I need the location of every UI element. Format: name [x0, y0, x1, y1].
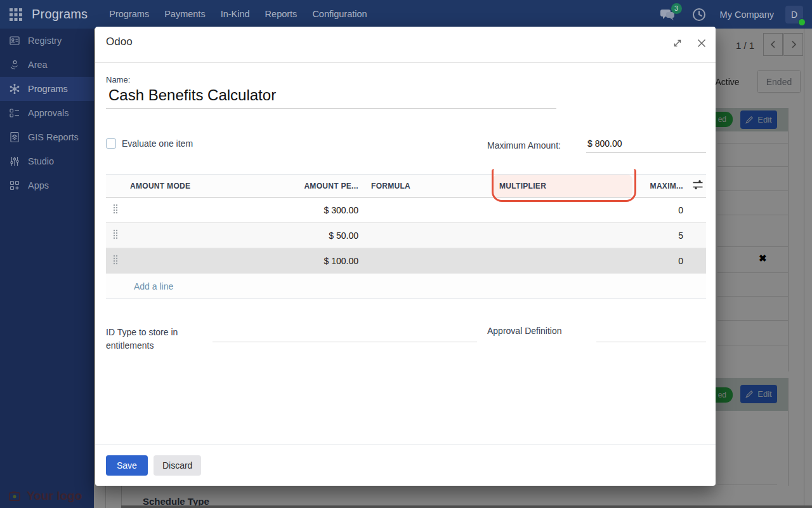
- logo-text: Your logo: [27, 489, 82, 503]
- drag-dots-icon: [112, 204, 119, 214]
- evaluate-one-item-checkbox[interactable]: [106, 138, 116, 149]
- sidebar-item-gis-reports[interactable]: GIS Reports: [0, 125, 94, 149]
- screen: Programs Programs Payments In-Kind Repor…: [0, 0, 812, 508]
- dialog-title: Odoo: [106, 36, 133, 48]
- drag-dots-icon: [112, 229, 119, 239]
- sidebar-item-apps[interactable]: Apps: [0, 173, 94, 197]
- apps-grid-icon[interactable]: [9, 8, 23, 22]
- cell-amount-period[interactable]: $ 50.00: [290, 223, 365, 248]
- add-a-line-link[interactable]: Add a line: [134, 281, 173, 291]
- id-type-label: ID Type to store in entitlements: [106, 326, 195, 352]
- maximum-amount-label: Maximum Amount:: [487, 140, 561, 150]
- cell-amount-mode[interactable]: [124, 223, 290, 248]
- sidebar-item-area[interactable]: Area: [0, 53, 94, 77]
- left-sidebar: Registry Area Programs: [0, 29, 94, 508]
- calculator-lines-table: AMOUNT MODE AMOUNT PE... FORMULA MULTIPL…: [106, 174, 706, 299]
- company-logo: Your logo: [9, 489, 82, 503]
- table-row[interactable]: $ 50.00 5: [106, 223, 706, 248]
- cell-multiplier[interactable]: [493, 197, 632, 223]
- user-avatar[interactable]: D: [785, 6, 803, 23]
- gis-reports-icon: [9, 131, 20, 143]
- company-switcher[interactable]: My Company: [720, 10, 774, 20]
- menu-programs[interactable]: Programs: [102, 0, 157, 29]
- sidebar-label: Area: [28, 60, 48, 70]
- cell-maximum[interactable]: 0: [632, 197, 690, 223]
- discard-button[interactable]: Discard: [154, 455, 201, 476]
- programs-icon: [9, 83, 20, 95]
- sidebar-label: Registry: [28, 36, 62, 46]
- dialog-footer: Save Discard: [95, 444, 716, 486]
- optional-columns-button[interactable]: [691, 178, 704, 193]
- apps-icon: [9, 180, 20, 191]
- column-sliders-icon: [691, 178, 704, 191]
- name-field-label: Name:: [106, 75, 130, 84]
- add-line-row: Add a line: [106, 274, 706, 299]
- column-multiplier[interactable]: MULTIPLIER: [493, 175, 632, 197]
- menu-in-kind[interactable]: In-Kind: [213, 0, 258, 29]
- cell-multiplier[interactable]: [493, 223, 632, 248]
- sidebar-item-programs[interactable]: Programs: [0, 77, 94, 101]
- presence-dot: [798, 18, 806, 26]
- cell-maximum[interactable]: 5: [632, 223, 690, 248]
- cell-amount-mode[interactable]: [124, 197, 290, 223]
- logo-image-icon: [9, 491, 22, 501]
- cell-formula[interactable]: [365, 248, 493, 274]
- drag-handle[interactable]: [106, 197, 124, 223]
- approval-definition-input[interactable]: [596, 327, 706, 342]
- sidebar-item-registry[interactable]: Registry: [0, 29, 94, 53]
- column-amount-mode[interactable]: AMOUNT MODE: [124, 175, 290, 197]
- messages-button[interactable]: 3: [659, 7, 677, 22]
- drag-handle[interactable]: [106, 248, 124, 274]
- avatar-initial: D: [791, 10, 797, 20]
- cell-formula[interactable]: [365, 197, 493, 223]
- sidebar-label: Programs: [28, 84, 68, 94]
- cell-maximum[interactable]: 0: [632, 248, 690, 274]
- handle-column-header: [106, 175, 124, 197]
- menu-reports[interactable]: Reports: [258, 0, 305, 29]
- clock-icon: [692, 8, 706, 22]
- odoo-dialog: Odoo Name: Evaluate one item Maximum A: [95, 27, 716, 486]
- area-icon: [9, 59, 20, 70]
- sidebar-label: Studio: [28, 156, 54, 166]
- id-type-input[interactable]: [213, 327, 477, 342]
- cell-amount-period[interactable]: $ 100.00: [290, 248, 365, 274]
- maximum-amount-input[interactable]: [586, 136, 706, 153]
- evaluate-one-item-field: Evaluate one item: [106, 138, 193, 149]
- cell-amount-period[interactable]: $ 300.00: [290, 197, 365, 223]
- sidebar-label: GIS Reports: [28, 132, 79, 142]
- top-navbar: Programs Programs Payments In-Kind Repor…: [0, 0, 812, 29]
- save-button[interactable]: Save: [106, 455, 148, 476]
- approvals-icon: [9, 107, 20, 119]
- column-amount-period[interactable]: AMOUNT PE...: [290, 175, 365, 197]
- drag-dots-icon: [112, 255, 119, 265]
- sidebar-item-approvals[interactable]: Approvals: [0, 101, 94, 125]
- column-formula[interactable]: FORMULA: [365, 175, 493, 197]
- table-row-selected[interactable]: $ 100.00 0: [106, 248, 706, 274]
- drag-handle[interactable]: [106, 223, 124, 248]
- sidebar-item-studio[interactable]: Studio: [0, 149, 94, 173]
- dialog-header: Odoo: [95, 27, 716, 63]
- approval-definition-label: Approval Definition: [487, 326, 562, 336]
- messages-count-badge: 3: [671, 3, 682, 14]
- activities-button[interactable]: [692, 8, 706, 22]
- expand-icon: [672, 37, 683, 49]
- evaluate-one-item-label: Evaluate one item: [122, 138, 193, 149]
- name-input[interactable]: [106, 85, 556, 109]
- registry-icon: [9, 35, 20, 46]
- cell-multiplier[interactable]: [493, 248, 632, 274]
- menu-payments[interactable]: Payments: [157, 0, 213, 29]
- table-row[interactable]: $ 300.00 0: [106, 197, 706, 223]
- expand-dialog-button[interactable]: [669, 35, 686, 51]
- column-maximum[interactable]: MAXIM...: [632, 175, 690, 197]
- cell-spacer: [690, 197, 706, 223]
- cell-amount-mode[interactable]: [124, 248, 290, 274]
- cell-formula[interactable]: [365, 223, 493, 248]
- navbar-right: 3 My Company D: [659, 6, 803, 23]
- current-app-name: Programs: [32, 7, 88, 22]
- cell-spacer: [690, 223, 706, 248]
- grid-icon: [9, 8, 23, 22]
- close-icon: [696, 37, 707, 49]
- optional-columns-header: [690, 175, 706, 197]
- close-dialog-button[interactable]: [693, 35, 710, 51]
- menu-configuration[interactable]: Configuration: [304, 0, 374, 29]
